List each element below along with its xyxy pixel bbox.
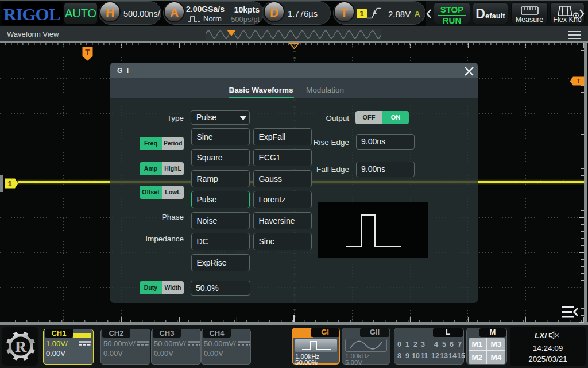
svg-text:T: T <box>85 48 90 57</box>
svg-text:R: R <box>15 338 27 355</box>
svg-text:1: 1 <box>7 179 11 188</box>
svg-text:T: T <box>577 78 581 85</box>
